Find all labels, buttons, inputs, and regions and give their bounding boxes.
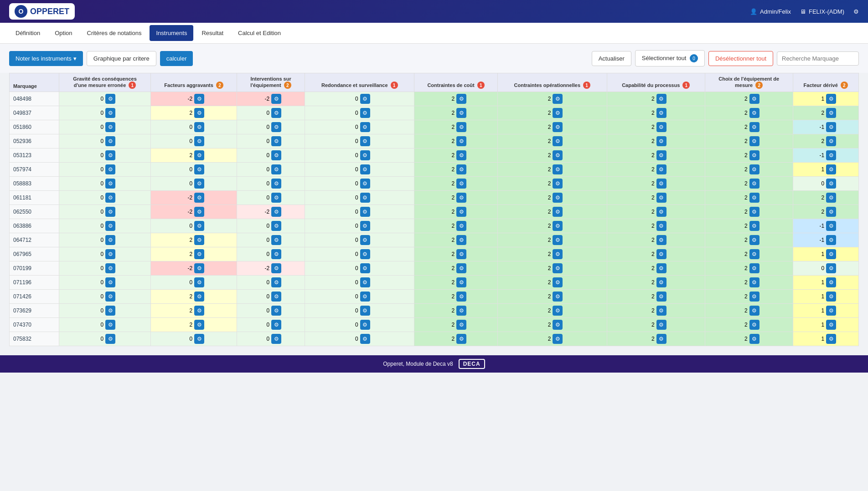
gear-button[interactable]: ⚙	[456, 263, 466, 273]
gear-button[interactable]: ⚙	[360, 320, 370, 330]
gear-button[interactable]: ⚙	[553, 122, 563, 132]
gear-button[interactable]: ⚙	[456, 320, 466, 330]
gear-button[interactable]: ⚙	[360, 122, 370, 132]
gear-button[interactable]: ⚙	[360, 164, 370, 174]
gear-button[interactable]: ⚙	[194, 235, 204, 245]
gear-button[interactable]: ⚙	[105, 150, 115, 160]
gear-button[interactable]: ⚙	[826, 136, 836, 146]
gear-button[interactable]: ⚙	[656, 122, 666, 132]
gear-button[interactable]: ⚙	[194, 164, 204, 174]
gear-button[interactable]: ⚙	[749, 334, 760, 344]
gear-button[interactable]: ⚙	[553, 150, 563, 160]
gear-button[interactable]: ⚙	[271, 207, 281, 217]
gear-button[interactable]: ⚙	[271, 150, 281, 160]
gear-button[interactable]: ⚙	[826, 122, 836, 132]
gear-button[interactable]: ⚙	[749, 235, 760, 245]
gear-button[interactable]: ⚙	[456, 292, 466, 302]
gear-button[interactable]: ⚙	[656, 320, 666, 330]
gear-button[interactable]: ⚙	[826, 292, 836, 302]
gear-button[interactable]: ⚙	[656, 249, 666, 259]
gear-button[interactable]: ⚙	[194, 150, 204, 160]
gear-button[interactable]: ⚙	[826, 150, 836, 160]
gear-button[interactable]: ⚙	[656, 179, 666, 189]
gear-button[interactable]: ⚙	[826, 235, 836, 245]
gear-button[interactable]: ⚙	[360, 292, 370, 302]
gear-button[interactable]: ⚙	[656, 221, 666, 231]
gear-button[interactable]: ⚙	[271, 263, 281, 273]
gear-button[interactable]: ⚙	[360, 235, 370, 245]
gear-button[interactable]: ⚙	[749, 320, 760, 330]
gear-button[interactable]: ⚙	[105, 164, 115, 174]
gear-button[interactable]: ⚙	[456, 235, 466, 245]
gear-button[interactable]: ⚙	[105, 193, 115, 203]
gear-button[interactable]: ⚙	[105, 320, 115, 330]
gear-button[interactable]: ⚙	[656, 334, 666, 344]
gear-button[interactable]: ⚙	[826, 263, 836, 273]
gear-button[interactable]: ⚙	[749, 94, 760, 104]
gear-button[interactable]: ⚙	[553, 108, 563, 118]
gear-button[interactable]: ⚙	[749, 292, 760, 302]
gear-button[interactable]: ⚙	[749, 179, 760, 189]
gear-button[interactable]: ⚙	[360, 136, 370, 146]
nav-option[interactable]: Option	[48, 25, 78, 41]
gear-button[interactable]: ⚙	[194, 136, 204, 146]
gear-button[interactable]: ⚙	[271, 136, 281, 146]
gear-button[interactable]: ⚙	[105, 263, 115, 273]
gear-button[interactable]: ⚙	[456, 164, 466, 174]
gear-button[interactable]: ⚙	[656, 150, 666, 160]
gear-button[interactable]: ⚙	[271, 306, 281, 316]
gear-button[interactable]: ⚙	[194, 122, 204, 132]
gear-button[interactable]: ⚙	[456, 334, 466, 344]
gear-button[interactable]: ⚙	[360, 263, 370, 273]
gear-button[interactable]: ⚙	[749, 221, 760, 231]
gear-button[interactable]: ⚙	[105, 94, 115, 104]
gear-button[interactable]: ⚙	[656, 164, 666, 174]
gear-button[interactable]: ⚙	[271, 108, 281, 118]
gear-button[interactable]: ⚙	[749, 150, 760, 160]
gear-button[interactable]: ⚙	[271, 277, 281, 287]
calculer-button[interactable]: calculer	[160, 51, 193, 66]
gear-button[interactable]: ⚙	[749, 263, 760, 273]
gear-button[interactable]: ⚙	[749, 207, 760, 217]
nav-definition[interactable]: Définition	[9, 25, 46, 41]
gear-button[interactable]: ⚙	[360, 249, 370, 259]
gear-button[interactable]: ⚙	[656, 207, 666, 217]
gear-button[interactable]: ⚙	[826, 193, 836, 203]
gear-button[interactable]: ⚙	[360, 207, 370, 217]
gear-button[interactable]: ⚙	[456, 221, 466, 231]
gear-button[interactable]: ⚙	[656, 306, 666, 316]
gear-button[interactable]: ⚙	[553, 164, 563, 174]
gear-button[interactable]: ⚙	[360, 306, 370, 316]
gear-button[interactable]: ⚙	[194, 94, 204, 104]
gear-button[interactable]: ⚙	[553, 320, 563, 330]
gear-button[interactable]: ⚙	[194, 108, 204, 118]
gear-button[interactable]: ⚙	[105, 207, 115, 217]
gear-button[interactable]: ⚙	[105, 292, 115, 302]
gear-button[interactable]: ⚙	[105, 136, 115, 146]
gear-button[interactable]: ⚙	[456, 277, 466, 287]
gear-button[interactable]: ⚙	[553, 193, 563, 203]
gear-button[interactable]: ⚙	[749, 122, 760, 132]
gear-button[interactable]: ⚙	[553, 292, 563, 302]
gear-button[interactable]: ⚙	[456, 179, 466, 189]
gear-button[interactable]: ⚙	[194, 292, 204, 302]
gear-button[interactable]: ⚙	[826, 164, 836, 174]
gear-button[interactable]: ⚙	[656, 277, 666, 287]
gear-button[interactable]: ⚙	[826, 320, 836, 330]
gear-button[interactable]: ⚙	[749, 249, 760, 259]
gear-button[interactable]: ⚙	[456, 122, 466, 132]
gear-button[interactable]: ⚙	[360, 193, 370, 203]
gear-button[interactable]: ⚙	[656, 193, 666, 203]
gear-button[interactable]: ⚙	[271, 193, 281, 203]
gear-button[interactable]: ⚙	[656, 136, 666, 146]
nav-instruments[interactable]: Instruments	[150, 25, 193, 41]
gear-button[interactable]: ⚙	[105, 235, 115, 245]
gear-button[interactable]: ⚙	[194, 320, 204, 330]
gear-button[interactable]: ⚙	[826, 179, 836, 189]
gear-button[interactable]: ⚙	[194, 263, 204, 273]
gear-button[interactable]: ⚙	[553, 179, 563, 189]
nav-calcul[interactable]: Calcul et Edition	[232, 25, 287, 41]
gear-button[interactable]: ⚙	[105, 122, 115, 132]
nav-resultat[interactable]: Resultat	[195, 25, 230, 41]
graphique-button[interactable]: Graphique par critere	[87, 51, 156, 66]
